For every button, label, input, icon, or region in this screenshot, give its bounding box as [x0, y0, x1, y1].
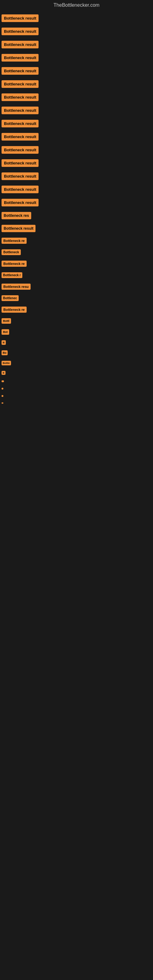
bottleneck-badge[interactable]: Bottl: [2, 318, 11, 324]
bottleneck-badge[interactable]: Bottleneck r: [2, 272, 22, 278]
badge-row: Bottleneck result: [0, 38, 153, 51]
bottleneck-badge[interactable]: Bottleneck result: [2, 146, 38, 154]
badge-row: Bottleneck result: [0, 104, 153, 117]
badges-container: Bottleneck resultBottleneck resultBottle…: [0, 10, 153, 408]
bottleneck-badge[interactable]: Bottleneck: [2, 249, 21, 255]
bottleneck-badge[interactable]: Bottleneck re: [2, 261, 27, 267]
badge-row: Bottleneck result: [0, 157, 153, 169]
bottleneck-badge[interactable]: Bottleneck result: [2, 159, 38, 167]
bottleneck-badge[interactable]: [2, 388, 3, 390]
bottleneck-badge[interactable]: Bottlenec: [2, 295, 19, 301]
badge-row: [0, 400, 153, 406]
badge-row: Bottleneck result: [0, 130, 153, 143]
badge-row: [0, 385, 153, 392]
badge-row: Bottleneck result: [0, 91, 153, 103]
site-title: TheBottlenecker.com: [0, 0, 153, 10]
bottleneck-badge[interactable]: Bottleneck re: [2, 307, 27, 313]
bottleneck-badge[interactable]: Bottleneck result: [2, 67, 38, 75]
badge-row: Bottleneck res: [0, 210, 153, 222]
bottleneck-badge[interactable]: B: [2, 340, 6, 345]
badge-row: Bottleneck result: [0, 144, 153, 156]
bottleneck-badge[interactable]: Bottleneck result: [2, 27, 38, 35]
badge-row: Bottleneck result: [0, 25, 153, 38]
badge-row: Bottleneck re: [0, 258, 153, 269]
badge-row: Bottleneck result: [0, 183, 153, 196]
bottleneck-badge[interactable]: Bottleneck result: [2, 80, 38, 88]
bottleneck-badge[interactable]: Bottleneck res: [2, 212, 31, 219]
bottleneck-badge[interactable]: [2, 395, 3, 397]
bottleneck-badge[interactable]: Bottleneck resu: [2, 283, 30, 290]
badge-row: Bottleneck result: [0, 12, 153, 24]
badge-row: Bottleneck: [0, 247, 153, 258]
badge-row: Bottleneck result: [0, 117, 153, 130]
badge-row: B: [0, 368, 153, 377]
bottleneck-badge[interactable]: [2, 402, 3, 404]
badge-row: Bottleneck result: [0, 51, 153, 64]
bottleneck-badge[interactable]: Bottleneck result: [2, 186, 38, 193]
badge-row: Bottlenec: [0, 293, 153, 304]
badge-row: Bottl: [0, 316, 153, 326]
bottleneck-badge[interactable]: Bo: [2, 350, 8, 355]
bottleneck-badge[interactable]: Bottleneck re: [2, 238, 27, 244]
bottleneck-badge[interactable]: Bot: [2, 329, 9, 335]
badge-row: Bottleneck result: [0, 222, 153, 235]
badge-row: Bottleneck result: [0, 65, 153, 77]
badge-row: [0, 378, 153, 385]
bottleneck-badge[interactable]: Bottleneck result: [2, 107, 38, 114]
badge-row: Bottleneck result: [0, 196, 153, 209]
bottleneck-badge[interactable]: Bottleneck result: [2, 172, 38, 180]
bottleneck-badge[interactable]: Bottleneck result: [2, 199, 38, 207]
badge-row: [0, 393, 153, 399]
badge-row: Bo: [0, 348, 153, 358]
badge-row: Bottle: [0, 358, 153, 368]
bottleneck-badge[interactable]: Bottle: [2, 361, 11, 365]
badge-row: Bot: [0, 327, 153, 337]
bottleneck-badge[interactable]: Bottleneck result: [2, 41, 38, 48]
badge-row: Bottleneck re: [0, 304, 153, 315]
bottleneck-badge[interactable]: Bottleneck result: [2, 54, 38, 62]
bottleneck-badge[interactable]: Bottleneck result: [2, 94, 38, 101]
bottleneck-badge[interactable]: B: [2, 371, 5, 375]
badge-row: Bottleneck r: [0, 270, 153, 280]
bottleneck-badge[interactable]: Bottleneck result: [2, 133, 38, 140]
badge-row: B: [0, 338, 153, 347]
bottleneck-badge[interactable]: [2, 380, 4, 382]
bottleneck-badge[interactable]: Bottleneck result: [2, 120, 38, 127]
badge-row: Bottleneck re: [0, 235, 153, 246]
bottleneck-badge[interactable]: Bottleneck result: [2, 225, 35, 232]
badge-row: Bottleneck result: [0, 170, 153, 183]
badge-row: Bottleneck resu: [0, 281, 153, 292]
bottleneck-badge[interactable]: Bottleneck result: [2, 14, 38, 22]
badge-row: Bottleneck result: [0, 78, 153, 90]
